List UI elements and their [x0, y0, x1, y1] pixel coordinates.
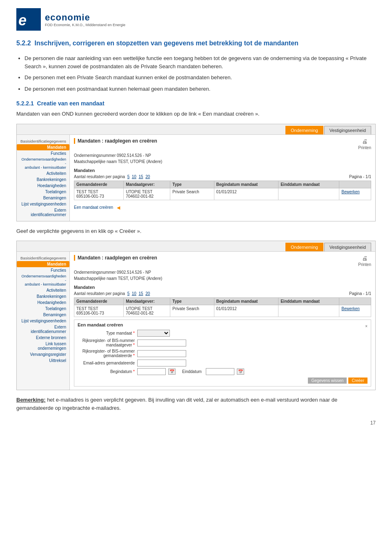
form-label-email: Email-adres gemandateerde [78, 361, 135, 365]
form-label-rijksregister-gm: Rijksregister- of BIS-nummergemandateerd… [78, 349, 135, 358]
app2-sidebar-hoedanigheden[interactable]: Hoedanigheden [17, 299, 69, 306]
app1-sidebar-hoedanigheden[interactable]: Hoedanigheden [17, 183, 69, 189]
app1-cell-mandaatgever: UTOPIE TEST704602-001-82 [124, 188, 170, 200]
app1-sidebar-toelatingen[interactable]: Toelatingen [17, 189, 69, 195]
note-text: Bemerking: het e-mailadres is geen verpl… [16, 396, 376, 412]
form-row-begindatum: Begindatum * 📅 Einddatum 📅 [78, 368, 368, 375]
app2-result-15[interactable]: 15 [138, 291, 143, 296]
app1-col-mandaatgever: Mandaatgever: [124, 181, 170, 188]
form-select-type[interactable] [137, 330, 170, 337]
app1-tab-vestiging[interactable]: Vestigingseenheid [324, 126, 371, 134]
app2-form-close[interactable]: × [365, 324, 368, 328]
app2-print-btn[interactable]: 🖨 Printen [358, 255, 371, 267]
app2-sidebar-group: Basisidentificatiegegevens [17, 255, 69, 261]
app1-onderneming: Ondernemingsnummer 0902.514.526 - NP Maa… [74, 152, 371, 165]
btn-gegevens-wissen[interactable]: Gegevens wissen [308, 378, 347, 384]
app1-sidebar-functies[interactable]: Functies [17, 150, 69, 156]
app1-sidebar-benamingen[interactable]: Benamingen [17, 195, 69, 201]
subsection-title: 5.2.2.1 Creatie van een mandaat [16, 100, 376, 107]
app2-col-action [339, 298, 371, 305]
app1-result-5[interactable]: 5 [127, 174, 130, 179]
app2-col-gemandateerde: Gemandateerde [74, 298, 124, 305]
app2-table: Gemandateerde Mandaatgever: Type Beginda… [74, 297, 371, 317]
form-input-rijksregister-mg[interactable] [137, 340, 186, 346]
app1-create-link[interactable]: Een mandaat creëren ◄ [74, 203, 371, 212]
app2-col-type: Type [170, 298, 214, 305]
bullet-item-1: De personen die naar aanleiding van een … [24, 54, 376, 70]
svg-text:e: e [18, 12, 27, 29]
app2-sidebar-activiteiten[interactable]: Activiteiten [17, 287, 69, 293]
print-icon: 🖨 [362, 138, 368, 145]
form-input-email[interactable] [137, 360, 186, 366]
app2-sidebar-lijst[interactable]: Lijst vestigingseenheden [17, 318, 69, 324]
app1-tab-onderneming[interactable]: Onderneming [285, 126, 323, 134]
app1-sidebar-mandaten[interactable]: Mandaten [17, 144, 69, 150]
app2-col-mandaatgever: Mandaatgever: [124, 298, 170, 305]
form-row-email: Email-adres gemandateerde [78, 360, 368, 366]
app1-results-row: Aantal resultaten per pagina 5 10 15 20 … [74, 174, 371, 179]
app2-cell-bewerken[interactable]: Bewerken [339, 305, 371, 317]
app2-pagination: Pagina - 1/1 [349, 291, 371, 296]
btn-creeer[interactable]: Creëer [348, 378, 368, 384]
app2-sidebar-link[interactable]: Link tussen ondernemingen [17, 341, 69, 351]
app1-print-btn[interactable]: 🖨 Printen [358, 138, 371, 150]
app2-tab-onderneming[interactable]: Onderneming [285, 243, 323, 251]
app1-sidebar-extern[interactable]: Extern identificatienummer [17, 207, 69, 218]
app1-result-15[interactable]: 15 [138, 174, 143, 179]
app1-result-10[interactable]: 10 [132, 174, 136, 179]
app2-mandaten-label: Mandaten [74, 285, 371, 290]
table-row: TEST TEST695106-001-73 UTOPIE TEST704602… [74, 305, 371, 317]
app2-cell-type: Private Search [170, 305, 214, 317]
app1-sidebar-bankrekeningen[interactable]: Bankrekeningen [17, 177, 69, 183]
logo-area: e economie FOD Economie, K.M.O., Middens… [16, 8, 125, 31]
bullet-item-2: De personen met een Private Search manda… [24, 74, 376, 82]
calendar-icon-begin[interactable]: 📅 [168, 369, 176, 375]
app2-sidebar-benamingen[interactable]: Benamingen [17, 312, 69, 318]
app-screenshot-2: Onderneming Vestigingseenheid Basisident… [16, 241, 376, 390]
app1-col-einddatum: Einddatum mandaat [278, 181, 339, 188]
app2-result-5[interactable]: 5 [127, 291, 130, 296]
app1-cell-bewerken[interactable]: Bewerken [339, 188, 371, 200]
app1-cell-begindatum: 01/01/2012 [214, 188, 278, 200]
app2-results-label: Aantal resultaten per pagina 5 10 15 20 [74, 291, 150, 296]
form-input-rijksregister-gm[interactable] [137, 350, 186, 357]
logo-main-name: economie [45, 12, 125, 23]
table-row: TEST TEST695106-001-73 UTOPIE TEST704602… [74, 188, 371, 200]
app1-mandaten-label: Mandaten [74, 168, 371, 173]
app1-sidebar-lijst[interactable]: Lijst vestigingseenheden [17, 201, 69, 207]
app2-tabs: Onderneming Vestigingseenheid [17, 241, 375, 252]
app1-col-type: Type [170, 181, 214, 188]
app2-sidebar-uittreksel[interactable]: Uittreksel [17, 357, 69, 364]
app2-sidebar-mandaten[interactable]: Mandaten [17, 261, 69, 267]
print-icon-2: 🖨 [362, 255, 368, 261]
app2-main: Mandaten : raadplegen en creëren 🖨 Print… [70, 252, 375, 390]
app1-table: Gemandateerde Mandaatgever: Type Beginda… [74, 181, 371, 200]
app2-sidebar-ondernemers[interactable]: Ondernemersvaardigheden -ambulant - kerm… [17, 273, 69, 287]
app2-sidebar-bankrekeningen[interactable]: Bankrekeningen [17, 293, 69, 299]
bullet-item-3: De personen met een postmandaat kunnen h… [24, 85, 376, 93]
note-body: het e-mailadres is geen verplicht gegeve… [16, 397, 337, 411]
app2-tab-vestiging[interactable]: Vestigingseenheid [324, 243, 371, 251]
app2-sidebar-extern-id[interactable]: Extern identificatienummer [17, 324, 69, 335]
app2-sidebar-toelatingen[interactable]: Toelatingen [17, 306, 69, 312]
app2-sidebar: Basisidentificatiegegevens Mandaten Func… [17, 252, 70, 390]
app1-sidebar-ondernemers[interactable]: Ondernemersvaardigheden -ambulant - kerm… [17, 156, 69, 170]
calendar-icon-end[interactable]: 📅 [237, 369, 244, 375]
app2-page-title: Mandaten : raadplegen en creëren [74, 255, 157, 261]
page-header: e economie FOD Economie, K.M.O., Middens… [16, 8, 376, 31]
app1-col-begindatum: Begindatum mandaat [214, 181, 278, 188]
app2-result-10[interactable]: 10 [132, 291, 136, 296]
intertext: Geef de verplichte gegevens in en klik o… [16, 227, 376, 235]
form-input-einddatum[interactable] [206, 368, 234, 375]
app1-main: Mandaten : raadplegen en creëren 🖨 Print… [70, 135, 375, 221]
app2-sidebar-externe-bronnen[interactable]: Externe bronnen [17, 335, 69, 341]
app2-sidebar-functies[interactable]: Functies [17, 267, 69, 273]
logo-text: economie FOD Economie, K.M.O., Middensta… [45, 12, 125, 27]
app1-sidebar-activiteiten[interactable]: Activiteiten [17, 170, 69, 177]
app2-result-20[interactable]: 20 [145, 291, 150, 296]
intro-text: Mandaten van een OND kunnen gecreëerd wo… [16, 110, 376, 118]
app2-sidebar-vervangings[interactable]: Vervangingsregister [17, 351, 69, 357]
app1-pagination: Pagina - 1/1 [349, 174, 371, 179]
form-input-begindatum[interactable] [137, 368, 166, 375]
app1-result-20[interactable]: 20 [145, 174, 150, 179]
